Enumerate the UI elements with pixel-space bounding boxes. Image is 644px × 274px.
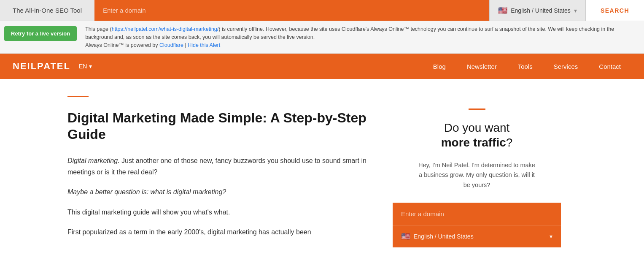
nav-lang-label: EN [79, 63, 87, 70]
top-search-area [94, 0, 489, 21]
cf-cloudflare-link[interactable]: Cloudflare [159, 42, 183, 48]
sidebar-lang-selector[interactable]: 🇺🇸 English / United States ▾ [393, 225, 561, 247]
sidebar: Do you want more traffic? Hey, I'm Neil … [405, 79, 548, 263]
cloudflare-message: This page (https://neilpatel.com/what-is… [85, 25, 644, 49]
article-body: Digital marketing. Just another one of t… [67, 155, 380, 238]
flag-icon: 🇺🇸 [498, 6, 507, 15]
top-search-button[interactable]: SEARCH [586, 0, 644, 21]
retry-button[interactable]: Retry for a live version [4, 26, 77, 41]
cf-url-link[interactable]: https://neilpatel.com/what-is-digital-ma… [112, 26, 219, 32]
sidebar-subtext: Hey, I'm Neil Patel. I'm determined to m… [418, 160, 536, 190]
article-section: Digital Marketing Made Simple: A Step-by… [0, 79, 405, 263]
nav-lang-chevron-icon: ▾ [89, 63, 92, 70]
main-nav: NEILPATEL EN ▾ Blog Newsletter Tools Ser… [0, 54, 644, 79]
sidebar-inner: Do you want more traffic? Hey, I'm Neil … [405, 96, 548, 190]
article-paragraph-1: Digital marketing. Just another one of t… [67, 155, 380, 178]
article-paragraph-2: Maybe a better question is: what is digi… [67, 186, 380, 198]
main-content: Digital Marketing Made Simple: A Step-by… [0, 79, 644, 263]
article-italic-2: Maybe a better question is: what is digi… [67, 188, 226, 195]
article-title: Digital Marketing Made Simple: A Step-by… [67, 110, 380, 142]
sidebar-chevron-icon: ▾ [550, 233, 552, 240]
sidebar-form: 🇺🇸 English / United States ▾ [393, 203, 561, 247]
article-rule-divider [67, 96, 89, 97]
chevron-down-icon: ▾ [574, 7, 577, 14]
article-paragraph-3: This digital marketing guide will show y… [67, 206, 380, 218]
sidebar-heading-bold: more traffic [441, 136, 506, 149]
nav-links: Blog Newsletter Tools Services Contact [423, 54, 631, 79]
sidebar-flag-icon: 🇺🇸 [401, 232, 410, 241]
sidebar-heading-suffix: ? [506, 136, 513, 149]
sidebar-rule-divider [469, 109, 485, 110]
sidebar-heading: Do you want more traffic? [418, 120, 536, 150]
top-bar: The All-In-One SEO Tool 🇺🇸 English / Uni… [0, 0, 644, 21]
cf-message-prefix: This page ( [85, 26, 112, 32]
nav-logo[interactable]: NEILPATEL [13, 61, 70, 72]
article-paragraph-4: First popularized as a term in the early… [67, 226, 380, 238]
nav-link-tools[interactable]: Tools [507, 54, 543, 79]
cf-powered-by: Always Online™ is powered by [85, 42, 158, 48]
sidebar-lang-label: English / United States [414, 233, 474, 240]
nav-link-newsletter[interactable]: Newsletter [456, 54, 507, 79]
nav-link-blog[interactable]: Blog [423, 54, 456, 79]
site-logo-text: The All-In-One SEO Tool [0, 7, 94, 14]
top-lang-label: English / United States [511, 7, 571, 14]
nav-link-contact[interactable]: Contact [588, 54, 631, 79]
cf-hide-link[interactable]: Hide this Alert [188, 42, 220, 48]
nav-lang-selector[interactable]: EN ▾ [79, 63, 92, 70]
cloudflare-banner: Retry for a live version This page (http… [0, 21, 644, 54]
sidebar-heading-line1: Do you want [444, 121, 510, 134]
top-domain-input[interactable] [103, 7, 481, 14]
sidebar-domain-input[interactable] [393, 203, 561, 225]
top-lang-selector[interactable]: 🇺🇸 English / United States ▾ [489, 0, 586, 21]
nav-link-services[interactable]: Services [543, 54, 589, 79]
